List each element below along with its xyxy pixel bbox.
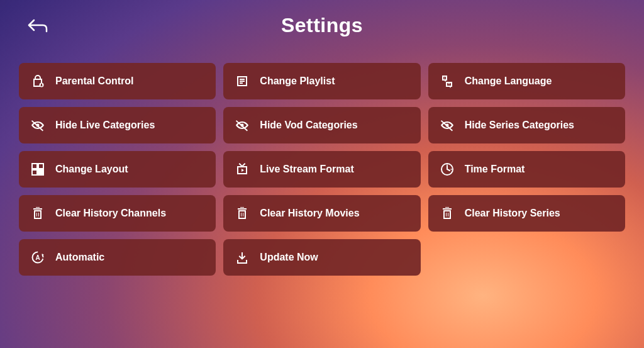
tv-icon [235,162,250,177]
hide-icon [440,118,455,133]
hide-icon [235,118,250,133]
time-format-card[interactable]: Time Format [428,151,625,188]
card-label: Time Format [465,164,525,175]
automatic-card[interactable]: A Automatic [19,239,216,276]
clock-icon [440,162,455,177]
hide-live-categories-card[interactable]: Hide Live Categories [19,107,216,143]
card-label: Hide Live Categories [55,120,155,131]
card-label: Change Playlist [260,76,335,87]
clear-history-series-card[interactable]: Clear History Series [428,195,625,232]
auto-icon: A [30,250,45,265]
card-label: Change Language [465,76,552,87]
trash-icon [30,206,45,221]
page-title: Settings [281,14,363,37]
clear-history-channels-card[interactable]: Clear History Channels [19,195,216,232]
update-now-card[interactable]: Update Now [223,239,420,276]
live-stream-format-card[interactable]: Live Stream Format [223,151,420,188]
language-icon [440,74,455,89]
svg-text:A: A [35,254,40,261]
card-label: Update Now [260,252,318,263]
card-label: Clear History Channels [55,208,166,219]
card-label: Change Layout [55,164,128,175]
layout-icon [30,162,45,177]
download-icon [235,250,250,265]
svg-point-4 [450,169,452,170]
parental-control-card[interactable]: Parental Control [19,63,216,99]
svg-point-3 [447,165,448,166]
card-label: Clear History Series [465,208,560,219]
playlist-icon [235,74,250,89]
card-label: Hide Vod Categories [260,120,357,131]
card-label: Parental Control [55,76,133,87]
card-label: Live Stream Format [260,164,353,175]
card-label: Clear History Movies [260,208,359,219]
hide-icon [30,118,45,133]
back-arrow-icon [26,15,49,38]
lock-icon [30,74,45,89]
change-playlist-card[interactable]: Change Playlist [223,63,420,99]
card-label: Automatic [55,252,104,263]
header: Settings [0,0,644,50]
svg-point-1 [41,84,42,85]
card-label: Hide Series Categories [465,120,574,131]
settings-grid: Parental Control Change Playlist Change … [0,50,644,295]
clear-history-movies-card[interactable]: Clear History Movies [223,195,420,232]
change-language-card[interactable]: Change Language [428,63,625,99]
hide-vod-categories-card[interactable]: Hide Vod Categories [223,107,420,143]
change-layout-card[interactable]: Change Layout [19,151,216,188]
trash-icon [440,206,455,221]
trash-icon [235,206,250,221]
back-button[interactable] [25,14,50,39]
hide-series-categories-card[interactable]: Hide Series Categories [428,107,625,143]
